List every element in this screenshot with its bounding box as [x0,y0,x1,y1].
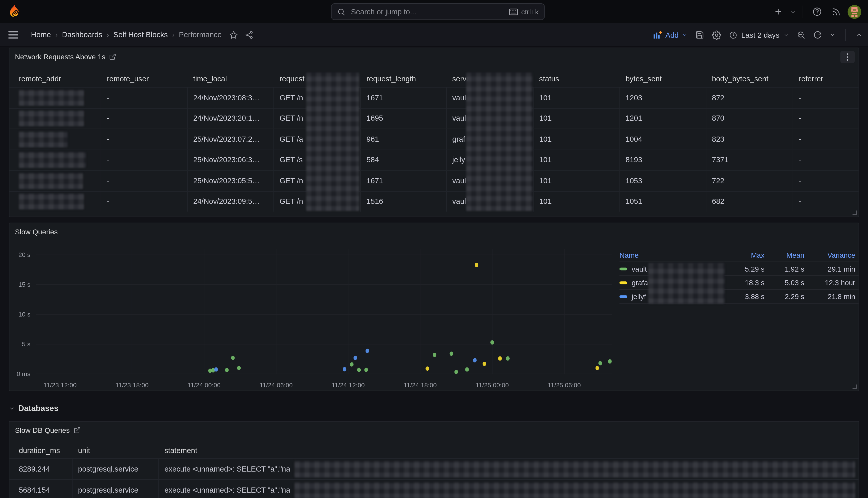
breadcrumb-folder[interactable]: Self Host Blocks [113,30,168,39]
slow-queries-chart[interactable]: 0 ms5 s10 s15 s20 s11/23 12:0011/23 18:0… [13,245,622,391]
panel-slow-db-queries: Slow DB Queries duration_ms unit stateme… [9,421,859,498]
column-header[interactable]: request_length [361,70,447,87]
menu-icon[interactable] [8,30,19,39]
chevron-down-icon[interactable] [790,9,796,15]
series-name[interactable]: grafa [632,278,648,287]
table-row: - 24/Nov/2023:08:3… GET /n 1671 vaul 101… [10,87,859,108]
rss-icon [831,7,841,16]
column-header[interactable]: unit [72,443,159,458]
breadcrumb-current: Performance [179,30,222,39]
breadcrumb-home[interactable]: Home [31,30,51,39]
table-row: - 25/Nov/2023:05:5… GET /n 1671 vaul 101… [10,170,859,191]
series-color-swatch [620,295,627,298]
refresh-icon[interactable] [813,30,822,40]
panel-slow-queries: Slow Queries 0 ms5 s10 s15 s20 s11/23 12… [9,223,859,391]
legend-header-max[interactable]: Max [728,251,764,259]
external-link-icon[interactable] [109,53,117,60]
chevron-down-icon [783,32,789,38]
table-row: - 25/Nov/2023:06:3… GET /s 584 jelly 101… [10,149,859,170]
legend-header-variance[interactable]: Variance [804,251,855,259]
new-menu-button[interactable] [771,4,785,19]
redacted-remote-addr [19,152,86,168]
help-button[interactable] [810,4,824,19]
kebab-icon [846,53,849,61]
breadcrumb: Home › Dashboards › Self Host Blocks › P… [31,30,222,39]
chart-legend: Name Max Mean Variance vault 5.29 s 1.92… [620,249,858,304]
panel-network-requests: Network Requests Above 1s remote_addr re… [9,48,859,217]
zoom-out-icon[interactable] [797,30,806,40]
svg-text:5 s: 5 s [22,341,30,348]
svg-text:11/23 12:00: 11/23 12:00 [43,382,77,389]
chevron-down-icon [682,32,688,38]
redacted-series-names [648,263,724,304]
search-icon [337,8,345,16]
share-icon[interactable] [245,30,254,39]
table-row: - 24/Nov/2023:20:1… GET /n 1695 vaul 101… [10,108,859,129]
panel-title[interactable]: Slow DB Queries [15,426,70,434]
panel-resize-handle[interactable] [853,210,857,215]
legend-header-mean[interactable]: Mean [764,251,804,259]
breadcrumb-dashboards[interactable]: Dashboards [62,30,102,39]
svg-text:11/23 18:00: 11/23 18:00 [116,382,149,389]
global-search[interactable]: ctrl+k [331,3,545,20]
divider [845,29,846,41]
divider [803,6,803,18]
redacted-request-column [306,73,359,211]
panel-resize-handle[interactable] [853,384,857,389]
refresh-interval-chevron-icon[interactable] [830,32,836,38]
column-header[interactable]: referrer [794,70,859,87]
svg-text:11/24 18:00: 11/24 18:00 [404,382,437,389]
table-row: 5684.154 postgresql.service execute <unn… [10,479,859,498]
panel-title[interactable]: Network Requests Above 1s [15,52,105,61]
add-button[interactable]: Add [653,31,688,39]
column-header[interactable]: status [534,70,620,87]
grafana-app: ctrl+k [0,0,868,498]
user-avatar[interactable] [847,5,861,18]
row-databases[interactable]: Databases [9,402,859,414]
svg-text:11/24 06:00: 11/24 06:00 [260,382,293,389]
panel-menu-button[interactable] [840,51,855,63]
svg-text:11/25 00:00: 11/25 00:00 [476,382,508,389]
time-range-picker[interactable]: Last 2 days [729,31,789,39]
network-table: remote_addr remote_user time_local reque… [10,70,859,211]
settings-gear-icon[interactable] [712,30,721,40]
panel-title[interactable]: Slow Queries [15,227,58,236]
redacted-statement [295,482,855,498]
table-row: - 24/Nov/2023:09:5… GET /n 1516 vaul 101… [10,191,859,211]
series-name[interactable]: vault [632,265,647,273]
slow-queries-chart-area[interactable]: 0 ms5 s10 s15 s20 s11/23 12:0011/23 18:0… [13,245,622,391]
slow-db-table: duration_ms unit statement 8289.244 post… [10,443,859,498]
series-name[interactable]: jellyf [632,292,646,300]
column-header[interactable]: statement [159,443,858,458]
breadcrumb-separator: › [107,31,109,39]
column-header[interactable]: bytes_sent [620,70,706,87]
column-header[interactable]: remote_addr [10,70,101,87]
breadcrumb-separator: › [172,31,174,39]
svg-text:11/25 06:00: 11/25 06:00 [548,382,581,389]
plus-icon [774,7,783,16]
column-header[interactable]: duration_ms [10,443,72,458]
dashboard-toolbar: Home › Dashboards › Self Host Blocks › P… [0,23,868,47]
legend-header-name[interactable]: Name [620,251,728,259]
table-header-row: duration_ms unit statement [10,443,859,458]
external-link-icon[interactable] [73,427,81,434]
avatar-image [847,5,861,18]
grafana-logo-icon[interactable] [8,4,21,19]
column-header[interactable]: time_local [188,70,274,87]
series-color-swatch [620,281,627,284]
redacted-statement [295,461,855,477]
svg-text:20 s: 20 s [18,251,30,258]
collapse-toolbar-icon[interactable] [856,31,863,38]
redacted-remote-addr [19,90,84,106]
search-shortcut: ctrl+k [508,8,538,16]
column-header[interactable]: body_bytes_sent [706,70,794,87]
redacted-remote-addr [19,194,84,210]
redacted-remote-addr [19,173,83,189]
news-button[interactable] [829,4,843,19]
clock-icon [729,31,737,39]
star-icon[interactable] [229,30,238,39]
save-icon[interactable] [695,30,704,40]
column-header[interactable]: remote_user [101,70,188,87]
search-input[interactable] [350,7,504,16]
redacted-remote-addr [19,110,84,127]
